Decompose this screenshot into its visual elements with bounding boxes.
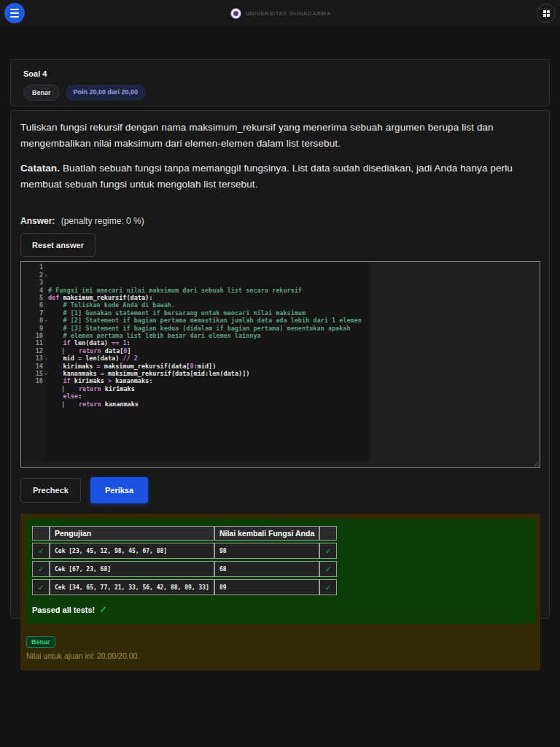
test-expression: Cek [34, 65, 77, 21, 33, 56, 42, 88, 89,… bbox=[50, 579, 214, 595]
hamburger-icon bbox=[10, 9, 19, 10]
pass-check-icon: ✓ bbox=[319, 579, 337, 595]
function-return-value: 98 bbox=[214, 543, 319, 559]
question-card: Tuliskan fungsi rekursif dengan nama mak… bbox=[10, 110, 550, 619]
editor-resize-handle[interactable] bbox=[532, 460, 539, 466]
test-result-row: ✓Cek [34, 65, 77, 21, 33, 56, 42, 88, 89… bbox=[32, 579, 337, 595]
note-text: Buatlah sebuah fungsi tanpa memanggil fu… bbox=[20, 163, 513, 190]
pass-check-icon: ✓ bbox=[32, 543, 50, 559]
test-expression: Cek [67, 23, 68] bbox=[50, 561, 214, 577]
note-label: Catatan. bbox=[20, 163, 60, 174]
pass-check-icon: ✓ bbox=[319, 543, 337, 559]
test-result-row: ✓Cek [23, 45, 12, 98, 45, 67, 88]98✓ bbox=[32, 543, 337, 559]
question-note: Catatan. Buatlah sebuah fungsi tanpa mem… bbox=[20, 160, 540, 192]
penalty-regime-text: (penalty regime: 0 %) bbox=[61, 216, 144, 226]
outcome-badge: Benar bbox=[26, 636, 55, 648]
check-button[interactable]: Periksa bbox=[90, 477, 148, 503]
table-header-row: Pengujian Nilai kembali Fungsi Anda bbox=[32, 526, 337, 541]
grade-text: Nilai untuk ajuan ini: 20,00/20,00. bbox=[26, 651, 534, 660]
check-icon: ✓ bbox=[99, 604, 107, 615]
university-name: UNIVERSITAS GUNADARMA bbox=[245, 10, 330, 17]
apps-grid-button[interactable] bbox=[537, 4, 556, 23]
test-results-table: Pengujian Nilai kembali Fungsi Anda ✓Cek… bbox=[32, 524, 337, 597]
test-expression: Cek [23, 45, 12, 98, 45, 67, 88] bbox=[50, 543, 214, 559]
university-logo-icon bbox=[230, 8, 241, 19]
answer-label: Answer: bbox=[20, 216, 55, 226]
editor-gutter: 12▾345678▾910111213▾1415▾16 bbox=[21, 262, 46, 462]
reset-answer-button[interactable]: Reset answer bbox=[20, 233, 96, 257]
code-editor[interactable]: 12▾345678▾910111213▾1415▾16 # Fungsi ini… bbox=[21, 262, 369, 462]
test-result-row: ✓Cek [67, 23, 68]68✓ bbox=[32, 561, 337, 577]
grid-icon bbox=[543, 10, 550, 17]
function-return-value: 68 bbox=[214, 561, 319, 577]
status-badge: Benar bbox=[23, 85, 60, 101]
menu-button[interactable] bbox=[4, 3, 25, 23]
pass-check-icon: ✓ bbox=[319, 561, 337, 577]
test-column-header: Pengujian bbox=[50, 526, 214, 541]
got-column-header: Nilai kembali Fungsi Anda bbox=[214, 526, 319, 541]
answer-row: Answer: (penalty regime: 0 %) bbox=[20, 216, 540, 226]
question-info-card: Soal 4 Benar Poin 20,00 dari 20,00 bbox=[10, 59, 550, 107]
top-bar: UNIVERSITAS GUNADARMA bbox=[0, 0, 560, 26]
passed-all-tests-text: Passed all tests!✓ bbox=[32, 604, 529, 615]
question-prompt: Tuliskan fungsi rekursif dengan nama mak… bbox=[20, 120, 540, 151]
passed-tests-box: Pengujian Nilai kembali Fungsi Anda ✓Cek… bbox=[26, 519, 534, 624]
university-brand: UNIVERSITAS GUNADARMA bbox=[230, 8, 330, 19]
function-return-value: 89 bbox=[214, 579, 319, 595]
editor-code[interactable]: # Fungsi ini mencari nilai maksimum dari… bbox=[46, 262, 369, 462]
points-badge: Poin 20,00 dari 20,00 bbox=[66, 85, 147, 101]
pass-check-icon: ✓ bbox=[32, 579, 50, 595]
pass-check-icon: ✓ bbox=[32, 561, 50, 577]
precheck-button[interactable]: Precheck bbox=[20, 478, 81, 503]
results-panel: Pengujian Nilai kembali Fungsi Anda ✓Cek… bbox=[20, 514, 540, 670]
code-editor-wrapper: 12▾345678▾910111213▾1415▾16 # Fungsi ini… bbox=[20, 261, 540, 468]
question-title: Soal 4 bbox=[23, 69, 537, 78]
